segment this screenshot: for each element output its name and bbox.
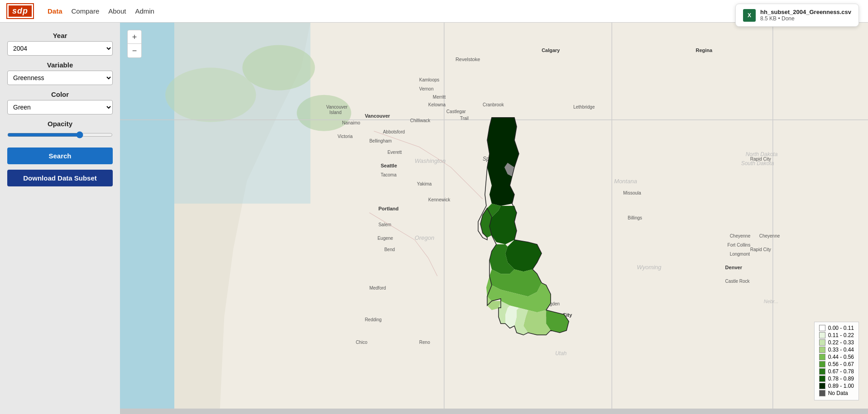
color-control: Color Green Blue Red Orange	[7, 90, 113, 114]
svg-text:Island: Island	[330, 110, 342, 115]
svg-text:Regina: Regina	[696, 48, 713, 53]
svg-text:Reno: Reno	[419, 340, 430, 345]
legend-color-0	[819, 325, 825, 331]
legend-label-8: 0.89 - 1.00	[828, 383, 854, 389]
opacity-slider[interactable]	[7, 131, 113, 138]
opacity-label: Opacity	[48, 120, 72, 128]
variable-control: Variable Greenness NDVI EVI Temperature	[7, 61, 113, 85]
download-button[interactable]: Download Data Subset	[7, 170, 113, 186]
nav-data[interactable]: Data	[48, 7, 62, 15]
map-background: Revelstoke Calgary Regina Kamloops Verno…	[120, 23, 868, 414]
opacity-slider-container	[7, 129, 113, 142]
svg-text:Kelowna: Kelowna	[428, 102, 446, 107]
map-container[interactable]: Revelstoke Calgary Regina Kamloops Verno…	[120, 23, 868, 414]
nav-compare[interactable]: Compare	[72, 7, 100, 15]
svg-point-5	[297, 95, 351, 131]
main-content: Year 2004 2005 2006 2007 2008 Variable G…	[0, 23, 868, 414]
year-select[interactable]: 2004 2005 2006 2007 2008	[7, 41, 113, 56]
main-nav: Data Compare About Admin	[48, 7, 154, 15]
svg-text:Nanaimo: Nanaimo	[342, 120, 360, 125]
svg-text:Merritt: Merritt	[433, 95, 446, 100]
legend-label-3: 0.33 - 0.44	[828, 347, 854, 353]
svg-text:Yakima: Yakima	[417, 181, 432, 186]
legend-color-1	[819, 332, 825, 338]
svg-text:Fort Collins: Fort Collins	[728, 243, 751, 247]
legend-label-5: 0.56 - 0.67	[828, 361, 854, 367]
zoom-out-button[interactable]: −	[128, 44, 141, 57]
year-label: Year	[53, 32, 67, 39]
legend-item-7: 0.78 - 0.89	[819, 376, 854, 382]
opacity-control: Opacity	[7, 120, 113, 142]
variable-label: Variable	[47, 61, 73, 69]
legend-item-6: 0.67 - 0.78	[819, 368, 854, 375]
legend-item-4: 0.44 - 0.56	[819, 354, 854, 360]
svg-text:Calgary: Calgary	[542, 48, 560, 53]
svg-text:Longmont: Longmont	[730, 252, 750, 257]
svg-text:Utah: Utah	[555, 350, 567, 357]
legend-item-3: 0.33 - 0.44	[819, 347, 854, 353]
legend-color-5	[819, 361, 825, 367]
legend-label-2: 0.22 - 0.33	[828, 339, 854, 346]
svg-text:Medford: Medford	[369, 286, 386, 290]
sidebar: Year 2004 2005 2006 2007 2008 Variable G…	[0, 23, 120, 414]
svg-text:Nebr...: Nebr...	[764, 299, 779, 304]
zoom-in-button[interactable]: +	[128, 30, 141, 44]
year-control: Year 2004 2005 2006 2007 2008	[7, 32, 113, 56]
search-button[interactable]: Search	[7, 148, 113, 164]
svg-text:Billings: Billings	[628, 215, 642, 220]
legend-color-8	[819, 383, 825, 389]
legend-item-2: 0.22 - 0.33	[819, 339, 854, 346]
map-zoom-controls: + −	[127, 30, 142, 58]
legend-label-4: 0.44 - 0.56	[828, 354, 854, 360]
color-select[interactable]: Green Blue Red Orange	[7, 100, 113, 114]
legend-color-7	[819, 376, 825, 382]
svg-point-4	[165, 68, 256, 122]
legend-item-1: 0.11 - 0.22	[819, 332, 854, 338]
download-notification: X hh_subset_2004_Greenness.csv 8.5 KB • …	[735, 4, 859, 27]
legend-item-5: 0.56 - 0.67	[819, 361, 854, 367]
map-legend: 0.00 - 0.11 0.11 - 0.22 0.22 - 0.33 0.33…	[814, 322, 859, 400]
legend-item-8: 0.89 - 1.00	[819, 383, 854, 389]
notif-status: 8.5 KB • Done	[760, 15, 851, 22]
header: sdp Data Compare About Admin X hh_subset…	[0, 0, 868, 23]
svg-text:Revelstoke: Revelstoke	[456, 57, 480, 62]
legend-label-7: 0.78 - 0.89	[828, 376, 854, 382]
svg-text:Castle Rock: Castle Rock	[725, 279, 750, 284]
legend-color-6	[819, 368, 825, 375]
svg-text:Rapid City: Rapid City	[750, 157, 771, 162]
svg-text:Wyoming: Wyoming	[637, 264, 662, 271]
nav-admin[interactable]: Admin	[135, 7, 154, 15]
svg-text:Denver: Denver	[725, 265, 743, 270]
svg-text:Bend: Bend	[384, 247, 395, 252]
svg-text:Vancouver: Vancouver	[365, 113, 390, 119]
svg-text:Vernon: Vernon	[419, 86, 434, 91]
svg-text:Chilliwack: Chilliwack	[410, 118, 431, 123]
svg-text:Abbotsford: Abbotsford	[383, 129, 405, 134]
svg-text:Vancouver: Vancouver	[326, 105, 348, 109]
variable-select[interactable]: Greenness NDVI EVI Temperature	[7, 71, 113, 85]
legend-color-nodata	[819, 390, 825, 396]
legend-color-2	[819, 339, 825, 346]
svg-text:Castlegar: Castlegar	[446, 109, 466, 114]
svg-text:Trail: Trail	[460, 116, 469, 121]
svg-text:Oregon: Oregon	[415, 234, 434, 241]
svg-text:Eugene: Eugene	[378, 236, 393, 241]
svg-point-3	[242, 45, 315, 90]
svg-text:Tacoma: Tacoma	[381, 172, 397, 177]
svg-text:Cheyenne: Cheyenne	[759, 233, 780, 238]
color-label: Color	[51, 90, 69, 98]
svg-text:Victoria: Victoria	[338, 134, 353, 139]
logo[interactable]: sdp	[7, 4, 33, 18]
svg-text:Cheyenne: Cheyenne	[730, 233, 751, 238]
legend-item-0: 0.00 - 0.11	[819, 325, 854, 331]
svg-text:Montana: Montana	[614, 178, 637, 185]
horizontal-scrollbar[interactable]	[120, 409, 868, 414]
legend-item-nodata: No Data	[819, 390, 854, 396]
legend-label-1: 0.11 - 0.22	[828, 332, 854, 338]
nav-about[interactable]: About	[108, 7, 126, 15]
svg-text:Portland: Portland	[379, 206, 399, 211]
svg-text:Chico: Chico	[356, 340, 368, 345]
legend-label-nodata: No Data	[828, 390, 848, 396]
legend-label-0: 0.00 - 0.11	[828, 325, 854, 331]
svg-text:Lethbridge: Lethbridge	[573, 105, 595, 109]
